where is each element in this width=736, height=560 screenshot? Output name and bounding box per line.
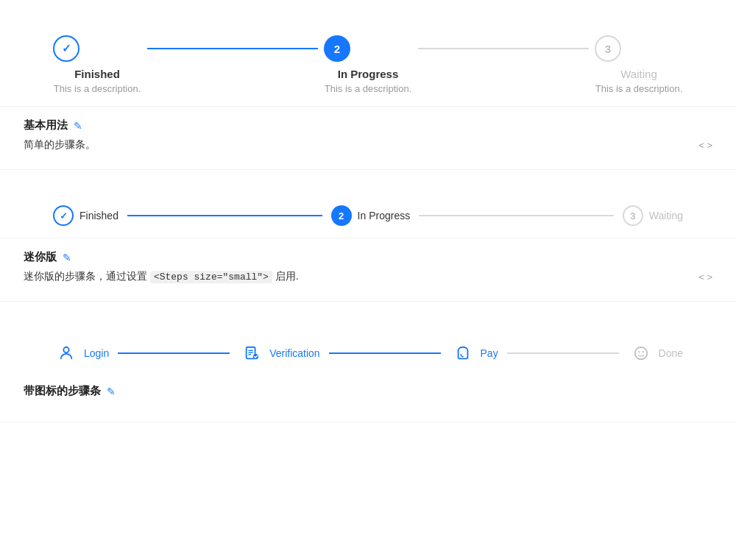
mini-usage-title: 迷你版 bbox=[24, 250, 57, 264]
step-finished-labels: Finished This is a description. bbox=[53, 68, 141, 94]
login-icon bbox=[53, 340, 79, 366]
pay-icon bbox=[450, 340, 476, 366]
steps-row-icon: Login Verification bbox=[24, 319, 712, 378]
basic-label-row: 基本用法 ✎ bbox=[24, 118, 712, 132]
connector-1-2 bbox=[147, 48, 318, 49]
mini-content-row: 迷你版的步骤条，通过设置 <Steps size="small"> 启用. < … bbox=[24, 270, 712, 283]
step-waiting: 3 Waiting This is a description. bbox=[595, 35, 683, 94]
mini-step-inprogress-circle: 2 bbox=[331, 205, 352, 226]
mini-step-waiting-circle: 3 bbox=[623, 205, 643, 226]
step-waiting-number: 3 bbox=[605, 43, 611, 55]
step-waiting-labels: Waiting This is a description. bbox=[595, 68, 683, 94]
step-waiting-title: Waiting bbox=[620, 68, 657, 80]
check-icon: ✓ bbox=[62, 42, 71, 55]
svg-point-7 bbox=[638, 351, 640, 352]
section-mini-steps: ✓ Finished 2 In Progress 3 Waiting 迷你版 ✎ bbox=[0, 170, 736, 302]
step-finished-header: ✓ bbox=[53, 35, 141, 62]
mini-step-finished: ✓ Finished bbox=[53, 205, 118, 226]
svg-point-8 bbox=[642, 351, 643, 352]
code-bracket-basic[interactable]: < > bbox=[698, 140, 712, 151]
step-inprogress-circle: 2 bbox=[324, 35, 350, 62]
mini-code-tag: <Steps size="small"> bbox=[150, 271, 272, 283]
basic-desc: 简单的步骤条。 bbox=[24, 138, 96, 152]
basic-usage-title: 基本用法 bbox=[24, 118, 68, 132]
code-bracket-mini[interactable]: < > bbox=[698, 272, 712, 283]
edit-icon-icon-steps[interactable]: ✎ bbox=[107, 386, 116, 397]
mini-connector-1-2 bbox=[127, 215, 322, 216]
edit-icon-basic[interactable]: ✎ bbox=[74, 120, 82, 132]
svg-point-6 bbox=[634, 347, 647, 360]
icon-label-row: 带图标的步骤条 ✎ bbox=[24, 384, 712, 398]
mini-connector-2-3 bbox=[419, 215, 614, 216]
mini-check-icon: ✓ bbox=[60, 210, 68, 221]
svg-point-0 bbox=[63, 347, 68, 352]
icon-connector-2-3 bbox=[329, 352, 441, 354]
edit-icon-mini[interactable]: ✎ bbox=[63, 252, 71, 263]
mini-desc: 迷你版的步骤条，通过设置 <Steps size="small"> 启用. bbox=[24, 270, 299, 283]
icon-step-login-label: Login bbox=[84, 347, 109, 359]
icon-connector-3-4 bbox=[507, 352, 619, 354]
step-waiting-desc: This is a description. bbox=[595, 83, 683, 94]
step-finished-desc: This is a description. bbox=[54, 83, 141, 94]
step-inprogress-header: 2 bbox=[324, 35, 412, 62]
mini-step-finished-label: Finished bbox=[79, 210, 118, 221]
mini-step-inprogress-number: 2 bbox=[339, 210, 344, 221]
icon-step-pay-label: Pay bbox=[481, 347, 498, 359]
icon-usage-title: 带图标的步骤条 bbox=[24, 384, 101, 398]
mini-desc-prefix: 迷你版的步骤条，通过设置 bbox=[24, 270, 147, 282]
mini-step-waiting-number: 3 bbox=[630, 210, 635, 221]
mini-step-finished-circle: ✓ bbox=[53, 205, 74, 226]
icon-step-pay: Pay bbox=[450, 340, 498, 366]
steps-row-mini: ✓ Finished 2 In Progress 3 Waiting bbox=[24, 188, 712, 238]
section-basic-steps: ✓ Finished This is a description. 2 In P… bbox=[0, 0, 736, 170]
done-icon bbox=[628, 340, 654, 366]
section-icon-steps: Login Verification bbox=[0, 302, 736, 422]
connector-2-3 bbox=[418, 48, 589, 49]
icon-step-done-label: Done bbox=[659, 347, 683, 359]
icon-step-verification: Verification bbox=[238, 340, 319, 366]
step-finished: ✓ Finished This is a description. bbox=[53, 35, 141, 94]
icon-connector-1-2 bbox=[118, 352, 230, 354]
step-finished-title: Finished bbox=[74, 68, 120, 80]
mini-label-row: 迷你版 ✎ bbox=[24, 250, 712, 264]
step-inprogress-number: 2 bbox=[334, 43, 340, 55]
step-finished-circle: ✓ bbox=[53, 35, 79, 62]
mini-step-waiting-label: Waiting bbox=[649, 210, 683, 221]
mini-step-inprogress: 2 In Progress bbox=[331, 205, 411, 226]
step-inprogress-labels: In Progress This is a description. bbox=[324, 68, 412, 94]
step-waiting-circle: 3 bbox=[595, 35, 621, 62]
mini-step-waiting: 3 Waiting bbox=[623, 205, 683, 226]
step-inprogress-desc: This is a description. bbox=[325, 83, 412, 94]
step-in-progress: 2 In Progress This is a description. bbox=[324, 35, 412, 94]
steps-row-1: ✓ Finished This is a description. 2 In P… bbox=[24, 18, 712, 106]
step-inprogress-title: In Progress bbox=[338, 68, 399, 80]
step-waiting-header: 3 bbox=[595, 35, 683, 62]
icon-step-verification-label: Verification bbox=[269, 347, 319, 359]
icon-step-login: Login bbox=[53, 340, 109, 366]
mini-step-inprogress-label: In Progress bbox=[358, 210, 411, 221]
mini-desc-suffix: 启用. bbox=[275, 270, 299, 282]
basic-content-row: 简单的步骤条。 < > bbox=[24, 138, 712, 152]
verification-icon bbox=[238, 340, 265, 366]
icon-step-done: Done bbox=[628, 340, 683, 366]
